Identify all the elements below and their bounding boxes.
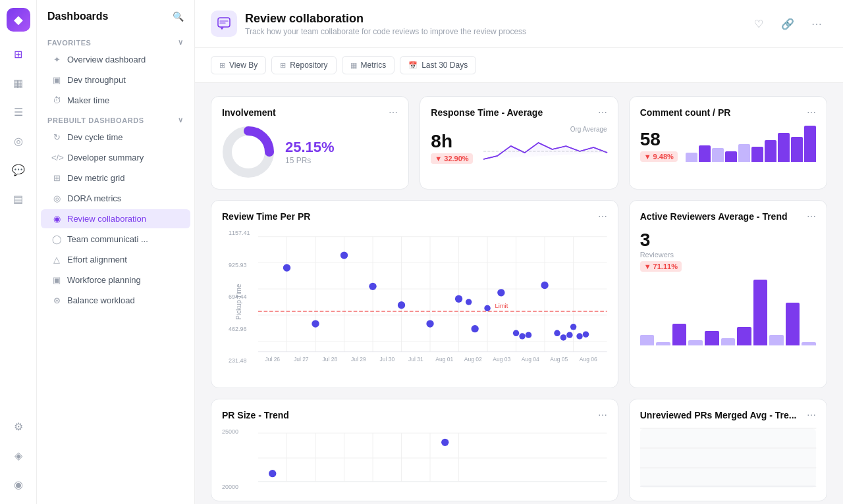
involvement-percentage: 25.15% bbox=[285, 139, 335, 156]
overview-icon: ✦ bbox=[51, 55, 62, 64]
rail-settings2-icon[interactable]: ◈ bbox=[7, 443, 30, 467]
sidebar-item-team-communication[interactable]: ◯ Team communicati ... bbox=[41, 230, 190, 249]
date-range-button[interactable]: 📅 Last 30 Days bbox=[400, 56, 476, 74]
svg-text:Aug 02: Aug 02 bbox=[464, 356, 482, 363]
bar-5 bbox=[738, 144, 750, 163]
unreviewed-prs-svg bbox=[640, 428, 816, 488]
sidebar-item-dev-cycle-time-label: Dev cycle time bbox=[67, 132, 123, 142]
bar-10 bbox=[804, 126, 816, 162]
rail-user-icon[interactable]: ◉ bbox=[7, 472, 30, 496]
sidebar-item-balance-workload[interactable]: ⊛ Balance workload bbox=[41, 291, 190, 310]
sidebar-item-dev-throughput[interactable]: ▣ Dev throughput bbox=[41, 70, 190, 89]
svg-text:Jul 28: Jul 28 bbox=[322, 356, 337, 363]
svg-point-66 bbox=[269, 470, 276, 477]
rail-chat-icon[interactable]: 💬 bbox=[7, 158, 30, 182]
response-time-sparkline: Org Average bbox=[483, 126, 607, 168]
page-title-group: Review collaboration Track how your team… bbox=[245, 12, 526, 36]
repository-icon: ⊞ bbox=[280, 61, 286, 70]
y-label-4: 462.96 bbox=[229, 326, 250, 332]
svg-point-31 bbox=[484, 305, 490, 311]
sidebar-item-workforce-planning[interactable]: ▣ Workforce planning bbox=[41, 270, 190, 290]
rv-bar-7 bbox=[737, 327, 751, 345]
involvement-card-header: Involvement ⋯ bbox=[222, 107, 398, 118]
svg-point-30 bbox=[471, 325, 478, 332]
page-header: Review collaboration Track how your team… bbox=[195, 0, 843, 48]
svg-point-25 bbox=[369, 283, 376, 290]
svg-point-36 bbox=[541, 282, 548, 289]
svg-text:Jul 26: Jul 26 bbox=[265, 356, 280, 363]
page-subtitle: Track how your team collaborate for code… bbox=[245, 27, 526, 36]
active-reviewers-title: Active Reviewers Average - Trend bbox=[640, 211, 788, 222]
comment-count-title: Comment count / PR bbox=[640, 107, 731, 118]
comment-count-value: 58 bbox=[640, 129, 678, 150]
sidebar-item-effort-alignment[interactable]: △ Effort alignment bbox=[41, 250, 190, 269]
svg-text:Aug 04: Aug 04 bbox=[522, 356, 539, 363]
reviewers-value: 3 bbox=[640, 230, 816, 251]
active-reviewers-menu[interactable]: ⋯ bbox=[807, 211, 816, 222]
rail-trophy-icon[interactable]: ◎ bbox=[7, 129, 30, 153]
bar-1 bbox=[686, 153, 697, 162]
involvement-stats: 25.15% 15 PRs bbox=[285, 139, 335, 165]
response-time-card-menu[interactable]: ⋯ bbox=[598, 107, 607, 118]
sidebar-item-review-collaboration[interactable]: ◉ Review collaboration bbox=[41, 209, 190, 228]
share-link-button[interactable]: 🔗 bbox=[777, 13, 798, 34]
reviewers-badge: ▼ 71.11% bbox=[640, 261, 682, 272]
sidebar-item-dev-cycle-time[interactable]: ↻ Dev cycle time bbox=[41, 128, 190, 147]
rail-settings-icon[interactable]: ⚙ bbox=[7, 415, 30, 438]
sidebar-item-dora-metrics[interactable]: ◎ DORA metrics bbox=[41, 189, 190, 208]
sidebar-item-developer-summary[interactable]: </> Developer summary bbox=[41, 148, 190, 167]
rail-chart-icon[interactable]: ▦ bbox=[7, 71, 30, 95]
svg-point-39 bbox=[566, 332, 572, 338]
app-logo[interactable]: ◆ bbox=[7, 8, 30, 32]
pr-size-title: PR Size - Trend bbox=[222, 410, 289, 420]
dev-cycle-time-icon: ↻ bbox=[51, 132, 62, 142]
view-by-button[interactable]: ⊞ View By bbox=[211, 56, 266, 74]
comment-count-header: Comment count / PR ⋯ bbox=[640, 107, 816, 118]
sidebar-item-maker-time[interactable]: ⏱ Maker time bbox=[41, 91, 190, 110]
repository-button[interactable]: ⊞ Repository bbox=[271, 56, 336, 74]
rv-bar-8 bbox=[753, 280, 768, 345]
response-time-card: Response Time - Average ⋯ 8h ▼ 32.90% Or… bbox=[420, 96, 618, 189]
rail-clipboard-icon[interactable]: ▤ bbox=[7, 187, 30, 211]
more-options-button[interactable]: ⋯ bbox=[806, 13, 827, 34]
dev-metric-grid-icon: ⊞ bbox=[51, 173, 62, 183]
comment-count-menu[interactable]: ⋯ bbox=[807, 107, 816, 118]
rv-bar-11 bbox=[802, 342, 816, 345]
svg-point-35 bbox=[526, 332, 531, 338]
sidebar-item-workforce-planning-label: Workforce planning bbox=[67, 275, 141, 285]
sidebar-item-dev-metric-grid-label: Dev metric grid bbox=[67, 173, 124, 183]
reviewers-label: Reviewers bbox=[640, 251, 816, 259]
review-time-chart-container: Pickup Time 1157.41 925.93 694.44 462.96… bbox=[222, 230, 607, 377]
svg-point-26 bbox=[398, 301, 405, 309]
favorite-button[interactable]: ♡ bbox=[748, 13, 769, 34]
rv-bar-4 bbox=[688, 340, 703, 345]
bar-6 bbox=[751, 147, 763, 162]
svg-text:Jul 31: Jul 31 bbox=[408, 356, 423, 363]
favorites-section[interactable]: Favorites ∨ bbox=[37, 33, 194, 49]
review-time-title: Review Time Per PR bbox=[222, 211, 310, 222]
sidebar-item-overview-label: Overview dashboard bbox=[67, 55, 146, 64]
sidebar-item-dev-metric-grid[interactable]: ⊞ Dev metric grid bbox=[41, 168, 190, 188]
rv-bar-9 bbox=[769, 335, 784, 345]
response-org-avg-label: Org Average bbox=[483, 126, 607, 133]
reviewers-content: 3 Reviewers ▼ 71.11% bbox=[640, 230, 816, 345]
svg-text:Aug 05: Aug 05 bbox=[550, 356, 568, 363]
favorites-chevron: ∨ bbox=[178, 38, 184, 47]
page-title: Review collaboration bbox=[245, 12, 526, 26]
review-time-menu[interactable]: ⋯ bbox=[598, 211, 607, 222]
unreviewed-prs-chart-area bbox=[640, 428, 816, 488]
prebuilt-section[interactable]: Prebuilt Dashboards ∨ bbox=[37, 111, 194, 127]
sidebar-item-overview[interactable]: ✦ Overview dashboard bbox=[41, 50, 190, 69]
sidebar-search-icon[interactable]: 🔍 bbox=[173, 11, 184, 22]
unreviewed-prs-menu[interactable]: ⋯ bbox=[807, 410, 816, 420]
rail-grid-icon[interactable]: ⊞ bbox=[7, 42, 30, 66]
sidebar-title: Dashboards bbox=[47, 11, 108, 22]
rail-doc-icon[interactable]: ☰ bbox=[7, 100, 30, 124]
page-icon bbox=[211, 11, 237, 37]
pr-size-menu[interactable]: ⋯ bbox=[598, 410, 607, 420]
involvement-card-menu[interactable]: ⋯ bbox=[389, 107, 398, 118]
metrics-button[interactable]: ▦ Metrics bbox=[342, 56, 395, 74]
svg-point-33 bbox=[513, 330, 519, 336]
svg-point-22 bbox=[283, 264, 290, 271]
response-time-stats: 8h ▼ 32.90% bbox=[431, 131, 472, 164]
